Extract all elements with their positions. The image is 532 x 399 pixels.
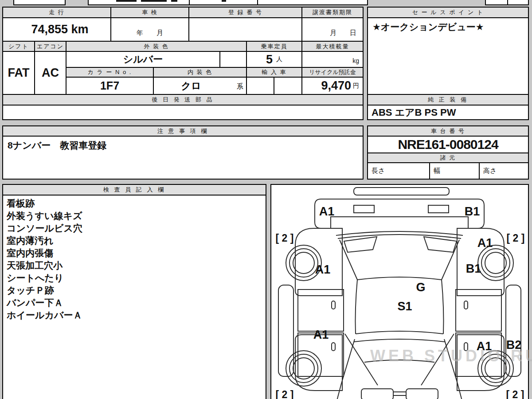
- inspector-header: 検 査 員 記 入 欄: [2, 184, 266, 196]
- capacity-number: 5: [266, 53, 273, 66]
- genuine-equipment-header: 純 正 装 備: [367, 94, 529, 106]
- color-no-header: カ ラ ー N o .: [66, 67, 154, 78]
- rear-right-door-handle: [464, 343, 468, 351]
- cropped-cell: [485, 0, 508, 5]
- car-diagram-box: A1 B1 [ 2 ] [ 2 ] A1 A1 B1 G S1 A1 A1 B2…: [270, 184, 529, 399]
- recycle-value: 9,470 円: [301, 77, 364, 95]
- roof-rear-line: [356, 331, 443, 334]
- rear-bumper-left-tab: [361, 389, 393, 399]
- rear-bumper-right-tab: [406, 389, 438, 399]
- exterior-color-extra-cell: [219, 51, 247, 68]
- tire-code: [ 2 ]: [506, 389, 524, 399]
- left-rocker: [278, 285, 293, 376]
- roof-front-line: [357, 277, 442, 280]
- trunk-right-edge: [458, 383, 462, 399]
- sales-point-value: ★オークションデビュー★: [367, 17, 529, 95]
- exterior-color-value: シルバー: [66, 51, 220, 68]
- auction-sheet: 走 行 車 検 登 録 番 号 譲渡書類期限 74,855 km 年 月 月 日…: [0, 0, 532, 399]
- registration-header: 登 録 番 号: [188, 7, 302, 18]
- inspector-note: 天張加工穴小: [3, 259, 266, 272]
- tire-code: [ 2 ]: [276, 389, 294, 399]
- later-parts-header: 後 日 発 送 部 品: [2, 94, 364, 106]
- rear-window-top: [354, 339, 445, 342]
- front-right-wheel: [478, 245, 513, 281]
- inspector-note: 室内薄汚れ: [3, 235, 266, 247]
- cropped-cell: [189, 0, 258, 5]
- inspector-note: 室内内張傷: [3, 247, 266, 259]
- tire-code: [ 2 ]: [507, 232, 525, 244]
- exterior-color-header: 外 装 色: [66, 41, 247, 52]
- import-cell-a: [246, 77, 274, 95]
- cropped-cell: [13, 0, 66, 5]
- inspector-note: ホイールカバーＡ: [3, 309, 266, 321]
- damage-code: A1: [477, 236, 493, 250]
- trunk-left-edge: [337, 383, 341, 399]
- damage-code: G: [416, 281, 425, 294]
- inspector-note: タッチＰ跡: [3, 284, 266, 297]
- later-parts-value: [2, 105, 364, 120]
- chassis-value: NRE161-0080124: [367, 136, 529, 153]
- spec-width: 幅: [429, 162, 480, 180]
- damage-code: S1: [397, 300, 412, 313]
- recycle-amount: 9,470: [321, 79, 351, 93]
- damage-code: A1: [319, 205, 335, 218]
- damage-code: A1: [313, 328, 329, 341]
- rear-right-wheel: [478, 351, 513, 386]
- max-load-value: kg: [301, 51, 364, 68]
- right-rocker: [506, 285, 521, 376]
- shaken-header: 車 検: [110, 7, 189, 18]
- roof-left-edge: [356, 280, 358, 334]
- front-edge-strip: [354, 188, 449, 195]
- shift-value: FAT: [2, 51, 35, 95]
- max-load-header: 最大積載量: [301, 41, 364, 52]
- specs-header: 諸 元: [367, 153, 529, 163]
- rear-seat-line: [364, 360, 434, 362]
- interior-color-suffix: 系: [237, 82, 243, 91]
- notes-value: 8ナンバー 教習車登録: [2, 136, 364, 180]
- import-header: 輸 入 車: [246, 67, 302, 78]
- capacity-unit: 人: [276, 55, 282, 63]
- rear-bumper-bar: [393, 392, 406, 395]
- rear-left-door-handle: [332, 343, 335, 351]
- aircon-header: エアコン: [34, 41, 66, 52]
- max-load-unit: kg: [352, 57, 359, 64]
- mileage-value: 74,855 km: [2, 17, 111, 42]
- c-pillar-left: [345, 334, 378, 385]
- rear-left-wheel: [286, 351, 321, 386]
- tire-code: [ 2 ]: [276, 232, 294, 244]
- damage-code: B2: [506, 338, 522, 352]
- inspector-note: 外装うすい線キズ: [3, 210, 266, 222]
- shift-header: シフト: [2, 41, 35, 52]
- front-bumper: [315, 199, 484, 228]
- inspector-note: 看板跡: [3, 197, 266, 210]
- inspector-note: シートへたり: [3, 272, 266, 284]
- car-top-view-diagram: A1 B1 [ 2 ] [ 2 ] A1 A1 B1 G S1 A1 A1 B2…: [271, 185, 528, 399]
- color-no-value: 1F7: [66, 77, 154, 95]
- sales-point-header: セ ー ル ス ポ イ ン ト: [367, 7, 529, 18]
- cropped-cell: [507, 0, 529, 5]
- interior-color-header: 内 装 色: [153, 67, 247, 78]
- capacity-value: 5 人: [246, 51, 302, 68]
- cowl-line-inner: [338, 235, 461, 239]
- damage-code: B1: [465, 205, 480, 218]
- front-left-door-handle: [332, 301, 335, 309]
- recycle-unit: 円: [353, 82, 359, 90]
- damage-code: A1: [315, 263, 331, 276]
- inspector-note: コンソールビス穴: [3, 222, 266, 235]
- capacity-header: 乗車定員: [246, 41, 302, 52]
- interior-color-value: クロ 系: [153, 77, 247, 95]
- spec-length: 長さ: [367, 162, 430, 180]
- c-pillar-right: [421, 334, 454, 385]
- damage-code: B1: [466, 262, 481, 275]
- front-vent-left: [354, 205, 374, 213]
- transfer-deadline-header: 譲渡書類期限: [301, 7, 364, 18]
- inspector-notes-box: 看板跡 外装うすい線キズ コンソールビス穴 室内薄汚れ 室内内張傷 天張加工穴小…: [2, 195, 266, 399]
- import-cell-b: [274, 77, 302, 95]
- wiper-right: [424, 237, 457, 252]
- wiper-left: [344, 237, 377, 252]
- cropped-cell: [257, 0, 368, 5]
- recycle-header: リサイクル預託金: [301, 67, 364, 78]
- genuine-equipment-value: ABS エアB PS PW: [367, 105, 529, 120]
- aircon-value: AC: [34, 51, 66, 95]
- mileage-header: 走 行: [2, 7, 111, 18]
